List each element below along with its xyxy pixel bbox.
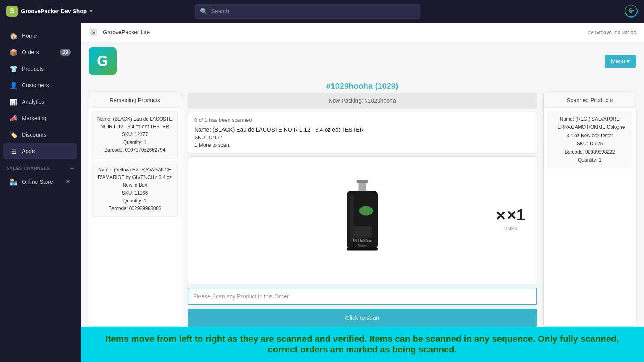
top-nav-right xyxy=(625,5,638,18)
sidebar-item-customers[interactable]: 👤 Customers xyxy=(3,77,77,93)
search-bar[interactable]: 🔍 xyxy=(195,4,420,19)
remaining-products-title: Remaining Products xyxy=(89,93,181,108)
svg-point-1 xyxy=(630,10,632,12)
banner-text: Items move from left to right as they ar… xyxy=(105,334,619,354)
apps-icon: ⊞ xyxy=(10,147,18,155)
online-store-eye-icon[interactable]: 👁 xyxy=(65,179,71,185)
product-name: Name: (Yellow) EXTRAVAGANCE D'AMARIGE by… xyxy=(98,167,172,188)
app-by: by Groove Industries xyxy=(588,29,636,35)
three-column-layout: Remaining Products Name: (BLACK) Eau de … xyxy=(80,93,644,327)
svg-rect-6 xyxy=(357,180,368,183)
svg-text:Tester: Tester xyxy=(357,243,367,247)
sales-channels-section: SALES CHANNELS + xyxy=(0,160,80,173)
scan-product-name: Name: (BLACK) Eau de LACOSTE NOIR L.12 -… xyxy=(194,126,530,133)
sidebar-item-orders[interactable]: 📦 Orders 29 xyxy=(3,44,77,60)
search-input[interactable] xyxy=(211,8,415,14)
online-store-icon: 🏪 xyxy=(10,178,18,186)
chevron-down-icon: ▾ xyxy=(90,8,92,14)
click-to-scan-button[interactable]: Click to scan xyxy=(188,309,537,327)
quantity-info: ✕×1 TIMES xyxy=(495,205,525,231)
svg-text:G: G xyxy=(97,53,108,69)
product-barcode: Barcode: 002929983883 xyxy=(108,206,161,211)
sidebar-item-products[interactable]: 👕 Products xyxy=(3,61,77,77)
product-sku: SKU: 11966 xyxy=(122,190,148,196)
svg-rect-7 xyxy=(358,183,366,191)
orders-icon: 📦 xyxy=(10,48,18,56)
scan-info-box: 0 of 1 has been scanned Name: (BLACK) Ea… xyxy=(188,112,537,153)
analytics-icon: 📊 xyxy=(10,98,18,106)
scan-more-to-scan: 1 More to scan. xyxy=(194,142,530,148)
list-item: Name: (REG.) SALVATORE FERRAGAMO HOMME C… xyxy=(547,111,632,168)
product-image: 🐊 INTENSE Tester xyxy=(330,176,394,265)
search-icon: 🔍 xyxy=(200,8,208,15)
product-quantity: Quantity: 1 xyxy=(123,140,147,145)
scan-input-row: Click to scan xyxy=(188,288,537,327)
order-title: #1029hooha (1029) xyxy=(326,80,398,92)
menu-button[interactable]: Menu ▾ xyxy=(605,55,636,68)
content-area: G Menu ▾ #1029hooha (1029) Remaining Pro… xyxy=(80,42,644,327)
scan-product-sku: SKU: 12177 xyxy=(194,134,530,140)
customers-icon: 👤 xyxy=(10,81,18,89)
scanned-product-name: Name: (REG.) SALVATORE FERRAGAMO HOMME C… xyxy=(555,116,625,138)
list-item: Name: (BLACK) Eau de LACOSTE NOIR L.12 -… xyxy=(92,111,178,158)
scan-progress: 0 of 1 has been scanned xyxy=(194,117,530,123)
svg-text:G: G xyxy=(91,30,95,35)
svg-text:🐊: 🐊 xyxy=(363,209,368,214)
now-packing-bar: Now Packing: #1029hooha xyxy=(188,93,537,109)
shopify-logo-icon: S xyxy=(6,6,18,17)
svg-rect-16 xyxy=(347,247,378,251)
scanned-products-scroll[interactable]: Name: (REG.) SALVATORE FERRAGAMO HOMME C… xyxy=(544,108,636,326)
quantity-times-label: TIMES xyxy=(495,226,525,231)
groovepacker-header-icon: G xyxy=(89,27,98,37)
product-quantity: Quantity: 1 xyxy=(123,198,147,204)
product-barcode: Barcode: 000737052662794 xyxy=(104,147,165,153)
product-sku: SKU: 12177 xyxy=(122,132,148,137)
order-title-area: #1029hooha (1029) xyxy=(80,82,644,91)
product-image-area: 🐊 INTENSE Tester ✕×1 TIMES xyxy=(188,156,537,284)
scanned-products-title: Scanned Products xyxy=(544,93,636,108)
scan-panel: Now Packing: #1029hooha 0 of 1 has been … xyxy=(188,93,537,327)
top-nav: S GroovePacker Dev Shop ▾ 🔍 xyxy=(0,0,644,23)
quantity-badge: ✕×1 xyxy=(495,205,525,224)
app-title: GroovePacker Lite xyxy=(103,29,150,35)
avatar-initial xyxy=(625,5,637,18)
remaining-products-panel: Remaining Products Name: (BLACK) Eau de … xyxy=(89,93,181,327)
sidebar-item-analytics[interactable]: 📊 Analytics xyxy=(3,94,77,110)
groove-logo: G xyxy=(89,47,117,75)
home-icon: 🏠 xyxy=(10,32,18,40)
app-header: G GroovePacker Lite by Groove Industries xyxy=(80,23,644,42)
orders-badge: 29 xyxy=(60,49,71,56)
scanned-product-sku: SKU: 10625 xyxy=(577,141,603,146)
scan-barcode-input[interactable] xyxy=(188,288,537,305)
sidebar: 🏠 Home 📦 Orders 29 👕 Products 👤 Customer… xyxy=(0,23,80,362)
store-name: GroovePacker Dev Shop xyxy=(21,8,87,14)
add-sales-channel-button[interactable]: + xyxy=(70,165,74,172)
app-top-bar: G Menu ▾ xyxy=(80,42,644,80)
scanned-products-panel: Scanned Products Name: (REG.) SALVATORE … xyxy=(543,93,636,327)
sidebar-item-marketing[interactable]: 📣 Marketing xyxy=(3,110,77,126)
main-content: G GroovePacker Lite by Groove Industries… xyxy=(80,23,644,362)
marketing-icon: 📣 xyxy=(10,114,18,122)
products-icon: 👕 xyxy=(10,65,18,73)
bottom-banner: Items move from left to right as they ar… xyxy=(80,327,644,362)
store-branding: S GroovePacker Dev Shop ▾ xyxy=(6,6,92,17)
scanned-product-quantity: Quantity: 1 xyxy=(578,157,601,163)
sidebar-item-home[interactable]: 🏠 Home xyxy=(3,28,77,44)
discounts-icon: 🏷️ xyxy=(10,131,18,139)
svg-rect-11 xyxy=(353,226,372,238)
sidebar-item-online-store[interactable]: 🏪 Online Store 👁 xyxy=(3,174,77,190)
avatar xyxy=(625,5,638,18)
scanned-product-barcode: Barcode: 00989898222 xyxy=(565,149,615,155)
sidebar-item-discounts[interactable]: 🏷️ Discounts xyxy=(3,127,77,143)
product-name: Name: (BLACK) Eau de LACOSTE NOIR L.12 -… xyxy=(97,116,173,130)
sidebar-item-apps[interactable]: ⊞ Apps xyxy=(3,143,77,159)
remaining-products-scroll[interactable]: Name: (BLACK) Eau de LACOSTE NOIR L.12 -… xyxy=(89,108,181,326)
list-item: Name: (Yellow) EXTRAVAGANCE D'AMARIGE by… xyxy=(92,162,178,217)
svg-text:INTENSE: INTENSE xyxy=(353,238,372,243)
